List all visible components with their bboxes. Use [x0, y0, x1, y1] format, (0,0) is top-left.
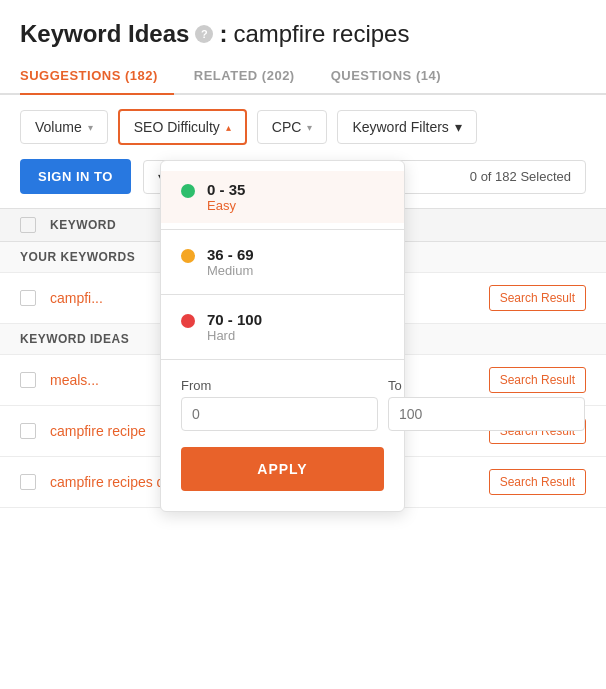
- selected-count: 0 of 182 Selected: [470, 169, 571, 184]
- easy-label: Easy: [207, 198, 245, 213]
- volume-label: Volume: [35, 119, 82, 135]
- from-input[interactable]: [181, 397, 378, 431]
- easy-range: 0 - 35: [207, 181, 245, 198]
- row-checkbox[interactable]: [20, 474, 36, 490]
- hard-range: 70 - 100: [207, 311, 262, 328]
- tabs-bar: SUGGESTIONS (182) RELATED (202) QUESTION…: [0, 58, 606, 95]
- tab-questions[interactable]: QUESTIONS (14): [331, 58, 457, 95]
- row-checkbox[interactable]: [20, 290, 36, 306]
- help-icon[interactable]: ?: [195, 25, 213, 43]
- to-label: To: [388, 378, 585, 393]
- seo-difficulty-label: SEO Difficulty: [134, 119, 220, 135]
- tab-suggestions[interactable]: SUGGESTIONS (182): [20, 58, 174, 95]
- tab-related[interactable]: RELATED (202): [194, 58, 311, 95]
- divider: [161, 359, 404, 360]
- title-query: campfire recipes: [233, 20, 409, 48]
- hard-dot-icon: [181, 314, 195, 328]
- col-header-keyword: KEYWORD: [50, 218, 116, 232]
- difficulty-option-easy[interactable]: 0 - 35 Easy: [161, 171, 404, 223]
- cpc-chevron-icon: ▾: [307, 122, 312, 133]
- to-col: To: [388, 378, 585, 431]
- row-checkbox[interactable]: [20, 423, 36, 439]
- divider: [161, 229, 404, 230]
- seo-difficulty-dropdown: 0 - 35 Easy 36 - 69 Medium 70 - 100 Hard…: [160, 160, 405, 512]
- search-result-button[interactable]: Search Result: [489, 469, 586, 495]
- search-result-button[interactable]: Search Result: [489, 285, 586, 311]
- easy-dot-icon: [181, 184, 195, 198]
- title-colon: :: [219, 20, 227, 48]
- from-col: From: [181, 378, 378, 431]
- header: Keyword Ideas ? : campfire recipes: [0, 0, 606, 58]
- seo-difficulty-filter-button[interactable]: SEO Difficulty ▴: [118, 109, 247, 145]
- cpc-filter-button[interactable]: CPC ▾: [257, 110, 328, 144]
- keyword-filters-label: Keyword Filters: [352, 119, 448, 135]
- keyword-filters-button[interactable]: Keyword Filters ▾: [337, 110, 476, 144]
- difficulty-option-medium[interactable]: 36 - 69 Medium: [161, 236, 404, 288]
- from-label: From: [181, 378, 378, 393]
- hard-label: Hard: [207, 328, 262, 343]
- select-all-checkbox[interactable]: [20, 217, 36, 233]
- page-title: Keyword Ideas ? : campfire recipes: [20, 20, 586, 48]
- title-keyword-ideas: Keyword Ideas: [20, 20, 189, 48]
- volume-chevron-icon: ▾: [88, 122, 93, 133]
- from-to-row: From To: [161, 366, 404, 437]
- medium-label: Medium: [207, 263, 254, 278]
- medium-range: 36 - 69: [207, 246, 254, 263]
- apply-button[interactable]: APPLY: [181, 447, 384, 491]
- keyword-filters-chevron-icon: ▾: [455, 119, 462, 135]
- divider: [161, 294, 404, 295]
- row-checkbox[interactable]: [20, 372, 36, 388]
- volume-filter-button[interactable]: Volume ▾: [20, 110, 108, 144]
- difficulty-option-hard[interactable]: 70 - 100 Hard: [161, 301, 404, 353]
- to-input[interactable]: [388, 397, 585, 431]
- signin-button[interactable]: SIGN IN TO: [20, 159, 131, 194]
- medium-dot-icon: [181, 249, 195, 263]
- filter-bar: Volume ▾ SEO Difficulty ▴ CPC ▾ Keyword …: [0, 95, 606, 159]
- seo-difficulty-chevron-icon: ▴: [226, 122, 231, 133]
- cpc-label: CPC: [272, 119, 302, 135]
